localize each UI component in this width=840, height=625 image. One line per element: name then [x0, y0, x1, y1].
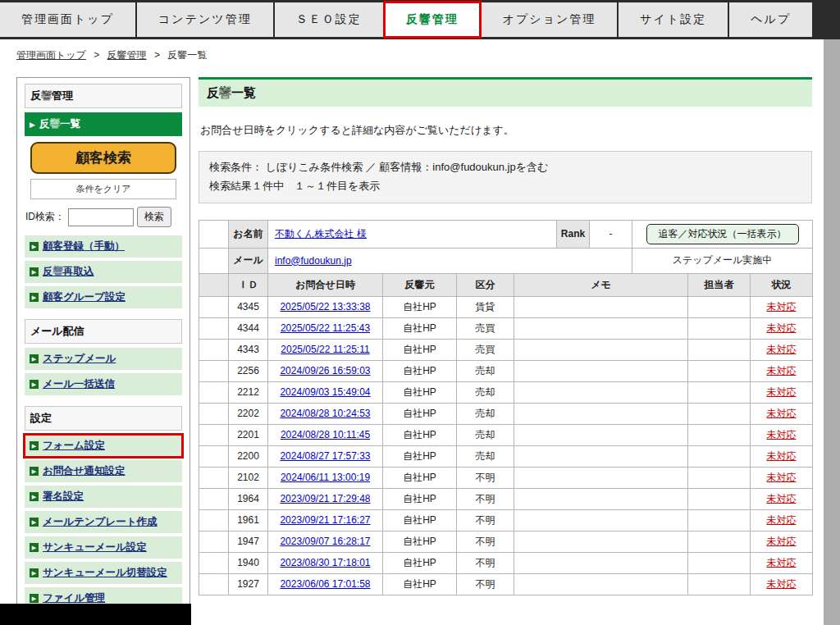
- inquiry-status-cell: 未対応: [751, 488, 813, 509]
- sidebar-item-link[interactable]: 反響再取込: [43, 265, 94, 279]
- blank-cell: [199, 220, 229, 248]
- customer-name-link[interactable]: 不動くん株式会社 様: [275, 228, 367, 240]
- breadcrumb-link-response-mgmt[interactable]: 反響管理: [107, 49, 147, 61]
- blank-cell: [199, 381, 229, 403]
- search-results-count: 検索結果１件中 １～１件目を表示: [209, 177, 801, 196]
- inquiry-status-link[interactable]: 未対応: [767, 344, 797, 355]
- sidebar-item[interactable]: ▶ 反響再取込: [25, 261, 182, 283]
- nav-tab[interactable]: ヘルプ: [729, 2, 812, 37]
- arrow-square-icon: ▶: [30, 267, 39, 276]
- inquiry-status-link[interactable]: 未対応: [767, 472, 797, 483]
- sidebar-item-link[interactable]: サンキューメール切替設定: [43, 566, 167, 580]
- inquiry-status-cell: 未対応: [751, 531, 813, 552]
- column-header: ＩＤ: [229, 273, 268, 296]
- search-conditions: 検索条件： しぼりこみ条件検索 ／ 顧客情報：info@fudoukun.jpを…: [209, 158, 801, 177]
- sidebar-item-link[interactable]: サンキューメール設定: [43, 541, 147, 554]
- inquiry-datetime-link[interactable]: 2024/06/11 13:00:19: [281, 472, 370, 483]
- sidebar-item[interactable]: ▶ メール一括送信: [25, 373, 182, 395]
- sidebar-item-link[interactable]: メール一括送信: [43, 377, 115, 391]
- inquiry-status-link[interactable]: 未対応: [767, 408, 797, 419]
- inquiry-status-link[interactable]: 未対応: [767, 365, 797, 376]
- inquiry-category-cell: 売却: [457, 424, 514, 445]
- inquiry-status-link[interactable]: 未対応: [767, 322, 797, 334]
- top-navigation: 管理画面トップ コンテンツ管理 ＳＥＯ設定 反響管理 オプション管理 サイト設定…: [0, 0, 840, 39]
- customer-mail-link[interactable]: info@fudoukun.jp: [275, 255, 352, 267]
- sidebar-item-link[interactable]: メールテンプレート作成: [43, 515, 158, 529]
- inquiry-datetime-link[interactable]: 2025/05/22 11:25:43: [281, 322, 370, 334]
- inquiry-datetime-link[interactable]: 2024/08/28 10:24:53: [280, 408, 370, 419]
- inquiry-datetime-link[interactable]: 2023/06/06 17:01:58: [280, 578, 370, 590]
- follow-status-button[interactable]: 追客／対応状況（一括表示）: [646, 224, 799, 244]
- inquiry-status-link[interactable]: 未対応: [767, 536, 797, 547]
- nav-tab[interactable]: コンテンツ管理: [137, 2, 273, 37]
- inquiry-datetime-link[interactable]: 2024/08/27 17:57:33: [280, 450, 370, 462]
- sidebar-item-link[interactable]: お問合せ通知設定: [43, 464, 126, 478]
- sidebar-item[interactable]: ▶ 顧客登録（手動）: [25, 235, 182, 258]
- inquiry-datetime-cell: 2024/09/26 16:59:03: [268, 360, 383, 381]
- nav-tab[interactable]: 反響管理: [385, 2, 480, 37]
- sidebar-item-response-list[interactable]: ▶ 反響一覧: [25, 112, 182, 136]
- customer-search-button[interactable]: 顧客検索: [30, 142, 176, 174]
- clear-conditions-button[interactable]: 条件をクリア: [30, 179, 176, 199]
- nav-tab[interactable]: 管理画面トップ: [0, 2, 135, 37]
- sidebar-item[interactable]: ▶ メールテンプレート作成: [25, 511, 182, 533]
- inquiry-status-cell: 未対応: [751, 360, 813, 381]
- id-search-button[interactable]: 検索: [137, 207, 171, 227]
- inquiry-staff-cell: [688, 509, 751, 531]
- table-row: 2102 2024/06/11 13:00:19 自社HP 不明 未対応: [199, 467, 813, 488]
- inquiry-datetime-link[interactable]: 2023/09/21 17:29:48: [280, 493, 370, 504]
- nav-tab[interactable]: ＳＥＯ設定: [275, 2, 383, 37]
- blank-header-cell: [199, 273, 229, 296]
- inquiry-status-link[interactable]: 未対応: [767, 514, 797, 526]
- inquiry-status-link[interactable]: 未対応: [767, 578, 797, 590]
- sidebar-item[interactable]: ▶ 署名設定: [25, 486, 182, 508]
- sidebar-item-link[interactable]: 顧客登録（手動）: [43, 240, 125, 253]
- inquiry-datetime-link[interactable]: 2025/05/22 11:25:11: [281, 344, 369, 355]
- breadcrumb-link-admin-top[interactable]: 管理画面トップ: [16, 49, 86, 61]
- mail-label-cell: メール: [229, 248, 268, 273]
- arrow-icon: ▶: [30, 121, 35, 129]
- inquiry-staff-cell: [688, 296, 751, 317]
- inquiry-status-link[interactable]: 未対応: [767, 386, 797, 398]
- sidebar-item-link[interactable]: 署名設定: [43, 490, 84, 504]
- sidebar-item[interactable]: ▶ ステップメール: [25, 348, 182, 370]
- nav-tab[interactable]: サイト設定: [619, 2, 728, 37]
- sidebar-item[interactable]: ▶ サンキューメール切替設定: [25, 562, 182, 584]
- inquiry-status-link[interactable]: 未対応: [767, 450, 797, 462]
- sidebar-item-link[interactable]: フォーム設定: [43, 439, 105, 453]
- inquiry-memo-cell: [514, 531, 688, 552]
- sidebar-item-link[interactable]: 顧客グループ設定: [43, 290, 126, 304]
- inquiry-status-link[interactable]: 未対応: [767, 493, 797, 504]
- inquiry-datetime-cell: 2024/06/11 13:00:19: [268, 467, 383, 488]
- table-row: 2200 2024/08/27 17:57:33 自社HP 売却 未対応: [199, 445, 813, 467]
- inquiry-id-cell: 2256: [229, 360, 268, 381]
- inquiry-datetime-cell: 2025/05/22 11:25:43: [268, 317, 383, 339]
- sidebar-item-link[interactable]: ステップメール: [43, 352, 116, 366]
- sidebar-item[interactable]: ▶ お問合せ通知設定: [25, 460, 182, 482]
- inquiry-status-link[interactable]: 未対応: [767, 557, 797, 568]
- inquiry-source-cell: 自社HP: [383, 296, 457, 317]
- id-search-input[interactable]: [68, 208, 134, 226]
- nav-tab[interactable]: オプション管理: [482, 2, 618, 37]
- inquiry-memo-cell: [514, 445, 688, 467]
- inquiry-status-cell: 未対応: [751, 381, 813, 403]
- inquiry-datetime-link[interactable]: 2025/05/22 13:33:38: [280, 301, 370, 312]
- inquiry-datetime-link[interactable]: 2023/08/30 17:18:01: [280, 557, 370, 568]
- sidebar-item[interactable]: ▶ サンキューメール設定: [25, 536, 182, 559]
- inquiry-staff-cell: [688, 360, 751, 381]
- inquiry-datetime-link[interactable]: 2024/09/26 16:59:03: [280, 365, 370, 376]
- inquiry-staff-cell: [688, 339, 751, 360]
- inquiry-datetime-link[interactable]: 2023/09/21 17:16:27: [280, 514, 370, 526]
- blank-cell: [199, 403, 229, 424]
- inquiry-source-cell: 自社HP: [383, 531, 457, 552]
- inquiry-datetime-link[interactable]: 2024/08/28 10:11:45: [281, 429, 370, 440]
- inquiry-status-link[interactable]: 未対応: [767, 301, 797, 312]
- sidebar-item[interactable]: ▶ フォーム設定: [25, 435, 182, 457]
- inquiry-status-link[interactable]: 未対応: [767, 429, 797, 440]
- inquiry-datetime-link[interactable]: 2023/09/07 16:28:17: [280, 536, 370, 547]
- inquiry-source-cell: 自社HP: [383, 445, 457, 467]
- arrow-square-icon: ▶: [30, 543, 39, 552]
- scrollbar[interactable]: [824, 39, 840, 625]
- inquiry-datetime-link[interactable]: 2024/09/03 15:49:04: [280, 386, 370, 398]
- sidebar-item[interactable]: ▶ 顧客グループ設定: [25, 286, 182, 308]
